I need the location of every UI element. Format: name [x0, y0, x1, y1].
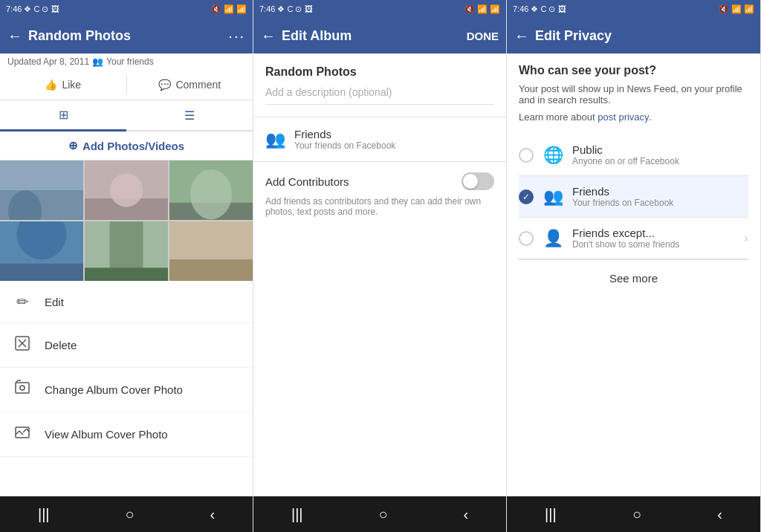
- svg-rect-16: [169, 259, 253, 281]
- radio-friends-except: [519, 231, 534, 246]
- privacy-link-row: Learn more about post privacy.: [519, 111, 748, 123]
- back-button-1[interactable]: ←: [7, 27, 22, 45]
- view-cover-icon: [12, 424, 33, 444]
- status-icons-2: ❖ C ⊙ 🖼: [277, 4, 312, 14]
- privacy-row[interactable]: 👥 Friends Your friends on Facebook: [253, 117, 506, 162]
- contributors-toggle[interactable]: [462, 172, 494, 190]
- comment-button[interactable]: 💬 Comment: [127, 76, 253, 94]
- time-3: 7:46: [513, 4, 528, 13]
- radio-friends: [519, 189, 534, 204]
- view-cover-label: View Album Cover Photo: [45, 428, 168, 441]
- contributors-row: Add Contributors: [265, 172, 494, 190]
- menu-nav-icon-1[interactable]: |||: [38, 506, 50, 523]
- public-sub: Anyone on or off Facebook: [572, 156, 748, 166]
- friends-except-icon: 👤: [543, 229, 563, 248]
- menu-item-delete[interactable]: Delete: [0, 323, 253, 368]
- edit-album-nav-bar: ← Edit Album DONE: [253, 18, 506, 53]
- edit-album-title: Edit Album: [282, 28, 467, 44]
- photo-cell-4[interactable]: [0, 221, 83, 281]
- like-button[interactable]: 👍 Like: [0, 76, 127, 94]
- back-nav-icon-3[interactable]: ‹: [717, 506, 722, 523]
- menu-item-change-cover[interactable]: Change Album Cover Photo: [0, 368, 253, 412]
- option-public[interactable]: 🌐 Public Anyone on or off Facebook: [519, 134, 748, 176]
- add-photos-label: Add Photos/Videos: [82, 140, 184, 152]
- svg-rect-11: [0, 264, 83, 281]
- contributors-desc: Add friends as contributors and they can…: [265, 196, 494, 217]
- tab-grid[interactable]: ⊞: [0, 100, 126, 132]
- status-icons-1: ❖ C ⊙ 🖼: [24, 4, 59, 14]
- status-icons-3: ❖ C ⊙ 🖼: [531, 4, 566, 14]
- edit-album-field: Random Photos Add a description (optiona…: [253, 53, 506, 117]
- status-bar-3: 7:46 ❖ C ⊙ 🖼 🔇 📶 📶: [507, 0, 760, 18]
- bottom-bar-2: ||| ○ ‹: [253, 496, 506, 532]
- svg-point-8: [190, 169, 232, 219]
- home-nav-icon-2[interactable]: ○: [378, 506, 387, 523]
- back-button-3[interactable]: ←: [514, 27, 529, 45]
- photo-cell-3[interactable]: [169, 160, 253, 220]
- album-subtitle: Updated Apr 8, 2011 👥 Your friends: [0, 53, 253, 70]
- friends-privacy-icon: 👥: [265, 130, 285, 149]
- privacy-desc: Your post will show up in News Feed, on …: [519, 83, 748, 106]
- delete-icon: [12, 335, 33, 355]
- back-button-2[interactable]: ←: [261, 27, 276, 45]
- see-more-label: See more: [609, 272, 658, 285]
- add-photos-icon: ⊕: [68, 139, 78, 152]
- edit-label: Edit: [45, 296, 64, 308]
- view-tabs: ⊞ ☰: [0, 100, 253, 132]
- friends-except-sub: Don't show to some friends: [572, 239, 735, 250]
- svg-point-5: [110, 174, 143, 207]
- back-nav-icon-2[interactable]: ‹: [463, 506, 468, 523]
- photo-cell-5[interactable]: [85, 221, 168, 281]
- svg-rect-14: [85, 267, 168, 281]
- friends-label: Your friends: [106, 56, 154, 67]
- privacy-info: Friends Your friends on Facebook: [294, 128, 395, 151]
- photo-cell-6[interactable]: [169, 221, 253, 281]
- friends-option-sub: Your friends on Facebook: [572, 198, 748, 208]
- more-button-1[interactable]: ···: [228, 27, 245, 45]
- bottom-bar-3: ||| ○ ‹: [507, 496, 760, 532]
- privacy-sub: Your friends on Facebook: [294, 140, 395, 151]
- album-title: Random Photos: [28, 28, 228, 44]
- album-nav-bar: ← Random Photos ···: [0, 18, 253, 53]
- like-icon: 👍: [45, 79, 57, 91]
- radio-public: [519, 148, 534, 163]
- photo-cell-2[interactable]: [85, 160, 168, 220]
- see-more-button[interactable]: See more: [519, 259, 748, 296]
- list-icon: ☰: [184, 108, 195, 123]
- album-actions: 👍 Like 💬 Comment: [0, 70, 253, 100]
- privacy-label: Friends: [294, 128, 395, 140]
- tab-list[interactable]: ☰: [126, 100, 253, 130]
- status-bar-2: 7:46 ❖ C ⊙ 🖼 🔇 📶 📶: [253, 0, 506, 18]
- friends-option-label: Friends: [572, 185, 748, 198]
- public-label: Public: [572, 143, 748, 156]
- public-icon: 🌐: [543, 146, 563, 165]
- desc-input[interactable]: Add a description (optional): [265, 86, 494, 105]
- post-privacy-link[interactable]: post privacy: [598, 111, 648, 123]
- svg-rect-2: [0, 190, 83, 220]
- svg-line-27: [23, 429, 27, 432]
- friends-icon: 👥: [543, 187, 563, 207]
- panel-edit-album: 7:46 ❖ C ⊙ 🖼 🔇 📶 📶 ← Edit Album DONE Ran…: [253, 0, 507, 532]
- svg-point-21: [20, 386, 25, 390]
- home-nav-icon-3[interactable]: ○: [632, 506, 641, 523]
- menu-item-edit[interactable]: ✏ Edit: [0, 281, 253, 323]
- contributors-section: Add Contributors Add friends as contribu…: [253, 162, 506, 227]
- privacy-title: Edit Privacy: [535, 28, 753, 44]
- change-cover-label: Change Album Cover Photo: [45, 383, 183, 396]
- option-friends-except[interactable]: 👤 Friends except... Don't show to some f…: [519, 218, 748, 259]
- update-date: Updated Apr 8, 2011: [7, 56, 89, 67]
- back-nav-icon-1[interactable]: ‹: [210, 506, 215, 523]
- signal-icons-1: 🔇 📶 📶: [211, 4, 247, 14]
- add-photos-button[interactable]: ⊕ Add Photos/Videos: [0, 132, 253, 160]
- home-nav-icon-1[interactable]: ○: [125, 506, 134, 523]
- menu-item-view-cover[interactable]: View Album Cover Photo: [0, 412, 253, 457]
- option-friends[interactable]: 👥 Friends Your friends on Facebook: [519, 176, 748, 218]
- done-button[interactable]: DONE: [467, 30, 499, 42]
- menu-nav-icon-2[interactable]: |||: [291, 506, 303, 523]
- time-2: 7:46: [259, 4, 275, 13]
- photo-cell-1[interactable]: [0, 160, 83, 220]
- menu-nav-icon-3[interactable]: |||: [545, 506, 557, 523]
- option-info-friends-except: Friends except... Don't show to some fri…: [572, 227, 735, 250]
- album-menu-list: ✏ Edit Delete Change: [0, 281, 253, 457]
- privacy-question: Who can see your post?: [519, 64, 748, 77]
